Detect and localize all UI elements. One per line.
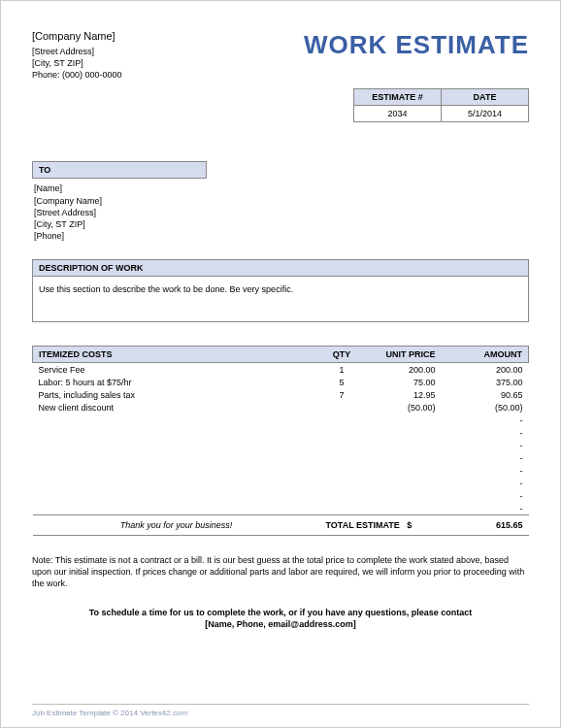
company-phone: Phone: (000) 000-0000 xyxy=(32,69,304,81)
cell-qty xyxy=(320,477,364,489)
table-row: Parts, including sales tax712.9590.65 xyxy=(33,388,529,401)
table-row: - xyxy=(33,489,529,502)
to-phone: [Phone] xyxy=(34,230,527,242)
estimate-no-value: 2034 xyxy=(354,106,442,122)
meta-table: ESTIMATE # DATE 2034 5/1/2014 xyxy=(353,88,529,122)
company-block: [Company Name] [Street Address] [City, S… xyxy=(32,30,304,81)
thank-you: Thank you for your business! xyxy=(33,515,320,536)
cell-price xyxy=(364,414,442,426)
table-row: New client discount(50.00)(50.00) xyxy=(33,401,529,414)
cell-amount: - xyxy=(442,502,529,515)
col-price: UNIT PRICE xyxy=(364,347,442,363)
cell-price xyxy=(364,464,442,477)
cell-qty xyxy=(320,451,364,464)
cell-amount: - xyxy=(442,489,529,502)
description-text: Use this section to describe the work to… xyxy=(32,277,529,322)
to-company: [Company Name] xyxy=(34,195,527,207)
date-value: 5/1/2014 xyxy=(442,106,529,122)
footer-copyright: Job Estimate Template © 2014 Vertex42.co… xyxy=(32,704,529,717)
company-name: [Company Name] xyxy=(32,30,304,42)
cell-price: (50.00) xyxy=(364,401,442,414)
total-label: TOTAL ESTIMATE $ xyxy=(320,515,442,536)
total-amount: 615.65 xyxy=(442,515,529,536)
cell-price: 12.95 xyxy=(364,388,442,401)
cell-amount: - xyxy=(442,414,529,426)
table-row: - xyxy=(33,414,529,426)
table-row: - xyxy=(33,439,529,451)
document-title: WORK ESTIMATE xyxy=(304,30,529,60)
cell-desc xyxy=(33,451,320,464)
contact-block: To schedule a time for us to complete th… xyxy=(32,607,529,630)
company-city: [City, ST ZIP] xyxy=(32,57,304,69)
cell-price xyxy=(364,426,442,439)
cell-desc: Service Fee xyxy=(33,363,320,377)
cell-amount: 375.00 xyxy=(442,376,529,388)
cell-amount: - xyxy=(442,477,529,489)
cell-desc xyxy=(33,414,320,426)
disclaimer-note: Note: This estimate is not a contract or… xyxy=(32,555,529,589)
cell-qty xyxy=(320,401,364,414)
estimate-page: [Company Name] [Street Address] [City, S… xyxy=(0,0,561,728)
cell-price: 75.00 xyxy=(364,376,442,388)
estimate-no-label: ESTIMATE # xyxy=(354,89,442,106)
cell-qty xyxy=(320,439,364,451)
col-desc: ITEMIZED COSTS xyxy=(33,347,320,363)
cell-desc xyxy=(33,439,320,451)
table-row: Service Fee1200.00200.00 xyxy=(33,363,529,377)
cell-desc: Parts, including sales tax xyxy=(33,388,320,401)
cell-desc xyxy=(33,426,320,439)
cell-qty xyxy=(320,426,364,439)
cell-desc xyxy=(33,502,320,515)
to-name: [Name] xyxy=(34,182,527,194)
cell-qty: 7 xyxy=(320,388,364,401)
date-label: DATE xyxy=(442,89,529,106)
table-row: Labor: 5 hours at $75/hr575.00375.00 xyxy=(33,376,529,388)
cell-qty xyxy=(320,464,364,477)
table-row: - xyxy=(33,451,529,464)
col-amount: AMOUNT xyxy=(442,347,529,363)
cell-amount: (50.00) xyxy=(442,401,529,414)
to-city: [City, ST ZIP] xyxy=(34,218,527,230)
cell-desc xyxy=(33,477,320,489)
cell-amount: - xyxy=(442,451,529,464)
company-street: [Street Address] xyxy=(32,46,304,57)
cell-amount: 200.00 xyxy=(442,363,529,377)
contact-line1: To schedule a time for us to complete th… xyxy=(32,607,529,618)
cell-amount: - xyxy=(442,426,529,439)
cell-amount: - xyxy=(442,439,529,451)
cell-price xyxy=(364,489,442,502)
items-table: ITEMIZED COSTS QTY UNIT PRICE AMOUNT Ser… xyxy=(32,346,529,536)
cell-price xyxy=(364,502,442,515)
header-row: [Company Name] [Street Address] [City, S… xyxy=(32,30,529,81)
contact-line2: [Name, Phone, email@address.com] xyxy=(32,618,529,630)
cell-price xyxy=(364,477,442,489)
table-row: - xyxy=(33,426,529,439)
cell-qty xyxy=(320,489,364,502)
table-row: - xyxy=(33,502,529,515)
cell-price: 200.00 xyxy=(364,363,442,377)
to-street: [Street Address] xyxy=(34,207,527,218)
col-qty: QTY xyxy=(320,347,364,363)
to-block: [Name] [Company Name] [Street Address] [… xyxy=(32,179,529,242)
cell-desc xyxy=(33,464,320,477)
cell-amount: 90.65 xyxy=(442,388,529,401)
cell-desc: Labor: 5 hours at $75/hr xyxy=(33,376,320,388)
description-header: DESCRIPTION OF WORK xyxy=(32,259,529,277)
cell-qty xyxy=(320,502,364,515)
cell-price xyxy=(364,439,442,451)
cell-desc xyxy=(33,489,320,502)
cell-price xyxy=(364,451,442,464)
cell-desc: New client discount xyxy=(33,401,320,414)
table-row: - xyxy=(33,477,529,489)
cell-qty: 5 xyxy=(320,376,364,388)
cell-qty: 1 xyxy=(320,363,364,377)
table-row: - xyxy=(33,464,529,477)
to-header: TO xyxy=(32,161,207,179)
cell-amount: - xyxy=(442,464,529,477)
cell-qty xyxy=(320,414,364,426)
